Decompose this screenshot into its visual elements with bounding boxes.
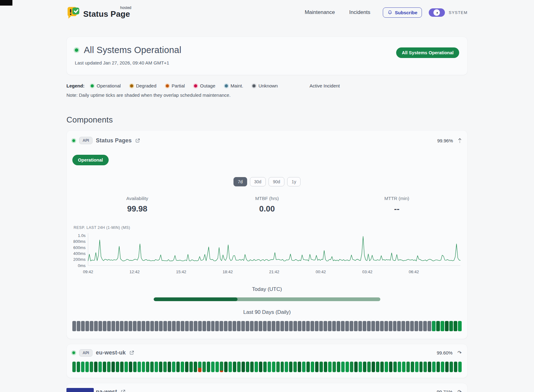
uptime-tick[interactable]: [176, 362, 180, 372]
uptime-tick[interactable]: [77, 321, 80, 331]
uptime-tick[interactable]: [289, 321, 293, 331]
uptime-tick[interactable]: [406, 321, 410, 331]
uptime-tick[interactable]: [81, 321, 85, 331]
uptime-tick[interactable]: [276, 362, 280, 372]
uptime-tick[interactable]: [398, 362, 401, 372]
uptime-tick[interactable]: [432, 321, 436, 331]
uptime-tick[interactable]: [120, 362, 124, 372]
uptime-tick[interactable]: [371, 321, 375, 331]
uptime-tick[interactable]: [306, 321, 310, 331]
range-button-90d[interactable]: 90d: [269, 177, 284, 186]
uptime-tick[interactable]: [376, 362, 379, 372]
uptime-tick[interactable]: [319, 321, 323, 331]
uptime-tick[interactable]: [328, 362, 332, 372]
uptime-tick[interactable]: [306, 362, 310, 372]
uptime-tick[interactable]: [289, 362, 292, 372]
uptime-tick[interactable]: [90, 321, 93, 331]
uptime-tick[interactable]: [333, 362, 336, 372]
uptime-tick[interactable]: [302, 321, 306, 331]
uptime-tick[interactable]: [246, 321, 249, 331]
uptime-tick[interactable]: [423, 362, 427, 372]
uptime-tick[interactable]: [224, 362, 228, 372]
uptime-tick[interactable]: [267, 321, 271, 331]
uptime-tick[interactable]: [393, 362, 397, 372]
uptime-tick[interactable]: [194, 321, 197, 331]
uptime-tick[interactable]: [181, 362, 184, 372]
uptime-tick[interactable]: [94, 362, 97, 372]
uptime-tick[interactable]: [138, 362, 141, 372]
uptime-tick[interactable]: [215, 321, 219, 331]
uptime-tick[interactable]: [155, 321, 158, 331]
uptime-tick[interactable]: [124, 321, 128, 331]
uptime-tick[interactable]: [107, 362, 111, 372]
uptime-tick[interactable]: [393, 321, 397, 331]
uptime-tick[interactable]: [454, 321, 457, 331]
uptime-tick[interactable]: [233, 321, 236, 331]
uptime-tick[interactable]: [319, 362, 323, 372]
uptime-tick[interactable]: [281, 362, 284, 372]
uptime-tick[interactable]: [376, 321, 379, 331]
uptime-tick[interactable]: [137, 321, 141, 331]
uptime-tick[interactable]: [406, 362, 410, 372]
uptime-tick[interactable]: [263, 362, 267, 372]
uptime-tick[interactable]: [207, 362, 210, 372]
uptime-tick[interactable]: [410, 321, 414, 331]
uptime-tick[interactable]: [276, 321, 280, 331]
uptime-tick[interactable]: [341, 321, 345, 331]
uptime-tick[interactable]: [354, 362, 358, 372]
uptime-tick[interactable]: [437, 362, 440, 372]
uptime-tick[interactable]: [90, 362, 93, 372]
uptime-tick[interactable]: [202, 321, 206, 331]
uptime-tick[interactable]: [189, 362, 193, 372]
uptime-tick[interactable]: [315, 321, 319, 331]
uptime-tick[interactable]: [454, 362, 457, 372]
uptime-tick[interactable]: [77, 362, 80, 372]
uptime-tick[interactable]: [363, 362, 366, 372]
uptime-tick[interactable]: [81, 362, 84, 372]
uptime-tick[interactable]: [85, 362, 89, 372]
uptime-tick[interactable]: [150, 362, 154, 372]
uptime-tick[interactable]: [458, 321, 462, 331]
uptime-tick[interactable]: [450, 362, 453, 372]
uptime-tick[interactable]: [350, 362, 353, 372]
uptime-tick[interactable]: [372, 362, 375, 372]
uptime-tick[interactable]: [298, 362, 301, 372]
uptime-tick[interactable]: [293, 362, 297, 372]
uptime-tick[interactable]: [250, 321, 254, 331]
uptime-tick[interactable]: [120, 321, 124, 331]
theme-toggle[interactable]: ◑: [429, 8, 445, 17]
uptime-tick[interactable]: [103, 362, 106, 372]
uptime-tick[interactable]: [85, 321, 89, 331]
uptime-tick[interactable]: [354, 321, 358, 331]
collapse-icon[interactable]: [458, 138, 462, 143]
uptime-tick[interactable]: [98, 321, 102, 331]
uptime-tick[interactable]: [263, 321, 267, 331]
uptime-tick[interactable]: [142, 321, 145, 331]
uptime-tick[interactable]: [194, 362, 197, 372]
uptime-tick[interactable]: [397, 321, 401, 331]
uptime-tick[interactable]: [242, 362, 245, 372]
uptime-tick[interactable]: [133, 321, 137, 331]
uptime-tick[interactable]: [146, 321, 150, 331]
uptime-tick[interactable]: [103, 321, 106, 331]
uptime-tick[interactable]: [159, 321, 163, 331]
uptime-tick[interactable]: [172, 321, 176, 331]
uptime-tick[interactable]: [436, 321, 440, 331]
uptime-tick[interactable]: [389, 321, 392, 331]
uptime-tick[interactable]: [163, 321, 167, 331]
uptime-tick[interactable]: [259, 321, 262, 331]
uptime-tick[interactable]: [202, 362, 206, 372]
subscribe-button[interactable]: Subscribe: [383, 7, 422, 18]
uptime-tick[interactable]: [219, 321, 223, 331]
uptime-tick[interactable]: [163, 362, 167, 372]
uptime-tick[interactable]: [324, 321, 327, 331]
uptime-tick[interactable]: [241, 321, 245, 331]
uptime-tick[interactable]: [111, 321, 115, 331]
uptime-tick[interactable]: [133, 362, 137, 372]
uptime-tick[interactable]: [176, 321, 180, 331]
uptime-tick[interactable]: [419, 362, 423, 372]
uptime-tick[interactable]: [250, 362, 254, 372]
uptime-tick[interactable]: [172, 362, 175, 372]
uptime-tick[interactable]: [350, 321, 353, 331]
uptime-tick[interactable]: [298, 321, 301, 331]
